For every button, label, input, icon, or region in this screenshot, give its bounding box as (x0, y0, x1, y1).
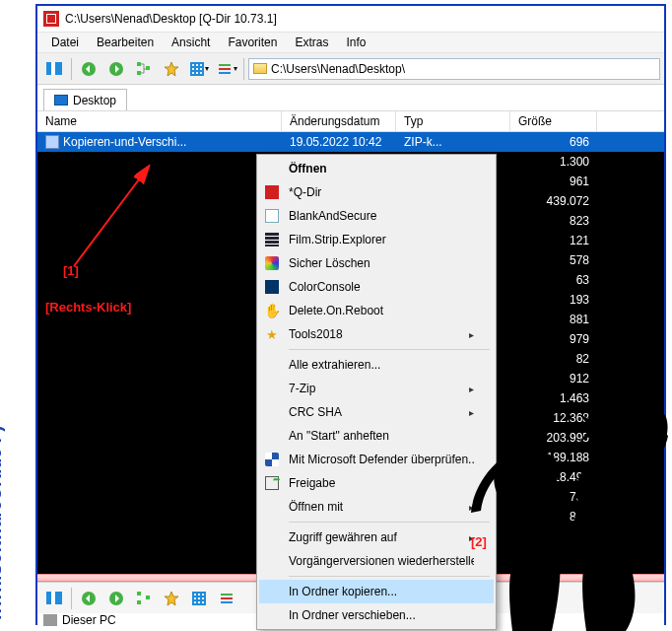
col-size[interactable]: Größe (510, 111, 597, 131)
sep (243, 58, 244, 80)
ctx-freigabe[interactable]: ➦Freigabe (259, 471, 494, 495)
panel-layout-icon[interactable] (41, 56, 67, 82)
ctx-label: Öffnen (289, 162, 474, 175)
watermark: www.SoftwareOK.de :-) (0, 426, 6, 621)
svg-rect-15 (221, 594, 233, 596)
ctx-colorconsole[interactable]: ColorConsole (259, 275, 494, 299)
ctx-blankandsecure[interactable]: BlankAndSecure (259, 204, 494, 228)
svg-rect-12 (137, 600, 141, 604)
ctx--ffnen[interactable]: Öffnen (259, 157, 494, 180)
svg-rect-6 (219, 64, 231, 66)
forward-icon[interactable] (103, 586, 129, 611)
ctx-an-start-anheften[interactable]: An "Start" anheften (259, 424, 494, 448)
ctx-film-strip-explorer[interactable]: Film.Strip.Explorer (259, 228, 494, 251)
forward-icon[interactable] (103, 56, 129, 82)
menu-fav[interactable]: Favoriten (220, 34, 285, 51)
menu-file[interactable]: Datei (43, 34, 87, 51)
svg-rect-11 (137, 592, 141, 596)
pane2-item-label: Dieser PC (62, 613, 116, 627)
ctx-vorg-ngerversionen-wiederherstellen[interactable]: Vorgängerversionen wiederherstellen (259, 549, 494, 573)
ctx-label: Film.Strip.Explorer (289, 233, 474, 246)
ctx-alle-extrahieren-[interactable]: Alle extrahieren... (259, 353, 494, 377)
menu-extras[interactable]: Extras (287, 34, 336, 51)
blank-icon (263, 207, 281, 225)
ctx-label: Alle extrahieren... (289, 358, 474, 372)
svg-marker-14 (165, 592, 178, 605)
ctx-zugriff-gew-hren-auf[interactable]: Zugriff gewähren auf (259, 526, 494, 549)
blank-icon (263, 403, 281, 421)
defender-icon (263, 451, 281, 468)
ctx-7-zip[interactable]: 7-Zip (259, 377, 494, 400)
blank-icon (263, 583, 281, 600)
ctx-in-ordner-verschieben-[interactable]: In Ordner verschieben... (259, 603, 494, 627)
back-icon[interactable] (76, 586, 101, 611)
ctx-delete-on-reboot[interactable]: ✋Delete.On.Reboot (259, 299, 494, 322)
titlebar: C:\Users\Nenad\Desktop [Q-Dir 10.73.1] (37, 6, 664, 32)
fav-icon[interactable] (159, 56, 184, 82)
menubar: Datei Bearbeiten Ansicht Favoriten Extra… (37, 32, 664, 53)
views-icon[interactable] (186, 586, 212, 611)
star-icon: ★ (263, 325, 281, 343)
ctx-crc-sha[interactable]: CRC SHA (259, 400, 494, 424)
desktop-icon (54, 95, 68, 105)
menu-view[interactable]: Ansicht (164, 34, 218, 51)
tabbar: Desktop (37, 85, 664, 110)
ctx-label: In Ordner kopieren... (289, 585, 474, 598)
sep (71, 58, 72, 80)
views-icon[interactable]: ▾ (186, 56, 212, 82)
options-icon[interactable] (214, 586, 239, 611)
address-bar[interactable]: C:\Users\Nenad\Desktop\ (248, 58, 660, 80)
tab-desktop[interactable]: Desktop (43, 89, 127, 110)
svg-rect-7 (219, 68, 231, 70)
ctx-label: Freigabe (289, 476, 474, 490)
folder-icon (253, 63, 267, 74)
ctx-sicher-l-schen[interactable]: Sicher Löschen (259, 251, 494, 275)
sep (71, 588, 72, 609)
blank-icon (263, 380, 281, 397)
blank-icon (263, 528, 281, 546)
filmstrip-icon (263, 231, 281, 248)
ctx-label: Delete.On.Reboot (289, 304, 474, 317)
ctx-label: *Q-Dir (289, 185, 474, 199)
tree-icon[interactable] (131, 56, 157, 82)
ctx-label: An "Start" anheften (289, 429, 474, 443)
ctx-label: BlankAndSecure (289, 209, 474, 223)
tree-icon[interactable] (131, 586, 157, 611)
blank-icon (263, 552, 281, 570)
options-icon[interactable]: ▾ (214, 56, 239, 82)
menu-edit[interactable]: Bearbeiten (89, 34, 162, 51)
svg-rect-16 (221, 597, 233, 599)
ctx-tools2018[interactable]: ★Tools2018 (259, 322, 494, 346)
file-icon (45, 135, 59, 149)
blank-icon (263, 160, 281, 177)
back-icon[interactable] (76, 56, 101, 82)
ctx-label: Sicher Löschen (289, 256, 474, 270)
blank-icon (263, 427, 281, 445)
menu-info[interactable]: Info (338, 34, 373, 51)
col-type[interactable]: Typ (396, 111, 510, 131)
ctx-in-ordner-kopieren-[interactable]: In Ordner kopieren... (259, 580, 494, 603)
qdir-icon (263, 183, 281, 201)
ctx-label: 7-Zip (289, 382, 461, 395)
window-title: C:\Users\Nenad\Desktop [Q-Dir 10.73.1] (65, 12, 277, 26)
pc-icon (43, 614, 57, 626)
ctx-label: Mit Microsoft Defender überprüfen... (289, 453, 474, 466)
svg-rect-13 (146, 596, 150, 599)
blank-icon (263, 356, 281, 374)
svg-marker-5 (165, 62, 178, 76)
col-date[interactable]: Änderungsdatum (282, 111, 396, 131)
share-icon: ➦ (263, 474, 281, 492)
svg-rect-8 (219, 72, 231, 74)
table-row[interactable]: Kopieren-und-Verschi...19.05.2022 10:42Z… (37, 132, 664, 152)
toolbar: ▾ ▾ C:\Users\Nenad\Desktop\ (37, 53, 664, 85)
ctx--q-dir[interactable]: *Q-Dir (259, 180, 494, 204)
column-headers: Name Änderungsdatum Typ Größe (37, 110, 664, 132)
ctx--ffnen-mit[interactable]: Öffnen mit (259, 495, 494, 519)
panel-layout-icon[interactable] (41, 586, 67, 611)
fav-icon[interactable] (159, 586, 184, 611)
svg-rect-3 (137, 71, 141, 75)
ctx-label: Zugriff gewähren auf (289, 530, 461, 544)
ctx-mit-microsoft-defender-berpr-fen-[interactable]: Mit Microsoft Defender überprüfen... (259, 448, 494, 471)
svg-rect-4 (146, 66, 150, 70)
col-name[interactable]: Name (37, 111, 282, 131)
